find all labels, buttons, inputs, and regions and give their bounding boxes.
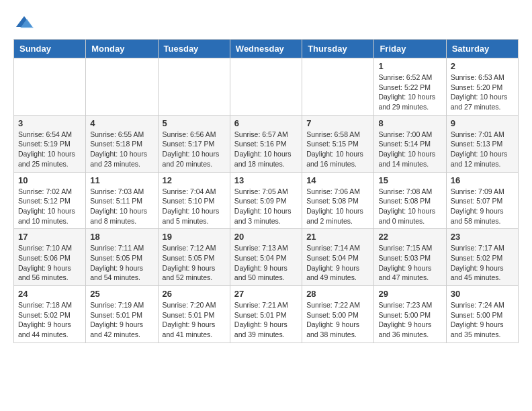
calendar-cell [86,58,158,116]
day-number: 14 [306,175,369,185]
day-info: Sunrise: 7:24 AM Sunset: 5:00 PM Dayligh… [451,300,514,340]
week-row-2: 3Sunrise: 6:54 AM Sunset: 5:19 PM Daylig… [14,115,519,172]
day-header-friday: Friday [374,40,446,58]
day-number: 19 [163,232,226,242]
day-info: Sunrise: 7:10 AM Sunset: 5:06 PM Dayligh… [18,243,81,283]
day-info: Sunrise: 7:09 AM Sunset: 5:07 PM Dayligh… [451,187,514,226]
day-header-sunday: Sunday [14,40,86,58]
day-info: Sunrise: 6:57 AM Sunset: 5:16 PM Dayligh… [234,130,298,169]
calendar-cell: 25Sunrise: 7:19 AM Sunset: 5:01 PM Dayli… [86,286,158,343]
day-info: Sunrise: 7:00 AM Sunset: 5:14 PM Dayligh… [378,130,441,169]
day-info: Sunrise: 7:19 AM Sunset: 5:01 PM Dayligh… [90,300,153,340]
calendar-cell: 10Sunrise: 7:02 AM Sunset: 5:12 PM Dayli… [14,172,86,229]
calendar-cell: 7Sunrise: 6:58 AM Sunset: 5:15 PM Daylig… [302,115,374,172]
day-number: 29 [378,289,441,299]
calendar-header: SundayMondayTuesdayWednesdayThursdayFrid… [14,40,519,58]
day-info: Sunrise: 7:13 AM Sunset: 5:04 PM Dayligh… [234,243,298,283]
day-info: Sunrise: 7:14 AM Sunset: 5:04 PM Dayligh… [306,243,369,283]
logo [13,13,34,32]
calendar-cell: 13Sunrise: 7:05 AM Sunset: 5:09 PM Dayli… [230,172,302,229]
day-number: 8 [378,118,441,128]
day-info: Sunrise: 7:04 AM Sunset: 5:10 PM Dayligh… [163,187,226,226]
calendar-cell: 12Sunrise: 7:04 AM Sunset: 5:10 PM Dayli… [158,172,230,229]
day-number: 2 [451,61,514,71]
day-info: Sunrise: 7:18 AM Sunset: 5:02 PM Dayligh… [18,300,81,340]
day-number: 10 [18,175,81,185]
calendar-cell: 26Sunrise: 7:20 AM Sunset: 5:01 PM Dayli… [158,286,230,343]
day-number: 30 [451,289,514,299]
day-number: 12 [163,175,226,185]
calendar-cell: 22Sunrise: 7:15 AM Sunset: 5:03 PM Dayli… [374,229,446,286]
day-number: 9 [451,118,514,128]
calendar-cell: 24Sunrise: 7:18 AM Sunset: 5:02 PM Dayli… [14,286,86,343]
week-row-1: 1Sunrise: 6:52 AM Sunset: 5:22 PM Daylig… [14,58,519,116]
day-number: 18 [90,232,153,242]
day-info: Sunrise: 7:08 AM Sunset: 5:08 PM Dayligh… [378,187,441,226]
calendar-cell: 3Sunrise: 6:54 AM Sunset: 5:19 PM Daylig… [14,115,86,172]
day-info: Sunrise: 7:05 AM Sunset: 5:09 PM Dayligh… [234,187,298,226]
calendar-cell: 4Sunrise: 6:55 AM Sunset: 5:18 PM Daylig… [86,115,158,172]
calendar-cell: 2Sunrise: 6:53 AM Sunset: 5:20 PM Daylig… [446,58,518,116]
day-info: Sunrise: 6:52 AM Sunset: 5:22 PM Dayligh… [378,73,441,112]
day-info: Sunrise: 7:03 AM Sunset: 5:11 PM Dayligh… [90,187,153,226]
day-info: Sunrise: 6:58 AM Sunset: 5:15 PM Dayligh… [306,130,369,169]
week-row-4: 17Sunrise: 7:10 AM Sunset: 5:06 PM Dayli… [14,229,519,286]
day-info: Sunrise: 7:20 AM Sunset: 5:01 PM Dayligh… [163,300,226,340]
day-info: Sunrise: 6:54 AM Sunset: 5:19 PM Dayligh… [18,130,81,169]
calendar-cell [158,58,230,116]
day-header-wednesday: Wednesday [230,40,302,58]
day-number: 3 [18,118,81,128]
day-number: 20 [234,232,298,242]
calendar-cell: 6Sunrise: 6:57 AM Sunset: 5:16 PM Daylig… [230,115,302,172]
day-info: Sunrise: 6:55 AM Sunset: 5:18 PM Dayligh… [90,130,153,169]
day-number: 21 [306,232,369,242]
calendar-cell: 23Sunrise: 7:17 AM Sunset: 5:02 PM Dayli… [446,229,518,286]
calendar-cell: 11Sunrise: 7:03 AM Sunset: 5:11 PM Dayli… [86,172,158,229]
calendar-cell: 18Sunrise: 7:11 AM Sunset: 5:05 PM Dayli… [86,229,158,286]
calendar-cell: 16Sunrise: 7:09 AM Sunset: 5:07 PM Dayli… [446,172,518,229]
day-info: Sunrise: 6:53 AM Sunset: 5:20 PM Dayligh… [451,73,514,112]
day-info: Sunrise: 6:56 AM Sunset: 5:17 PM Dayligh… [163,130,226,169]
calendar-cell [230,58,302,116]
calendar-cell: 27Sunrise: 7:21 AM Sunset: 5:01 PM Dayli… [230,286,302,343]
calendar-cell: 17Sunrise: 7:10 AM Sunset: 5:06 PM Dayli… [14,229,86,286]
calendar-cell: 8Sunrise: 7:00 AM Sunset: 5:14 PM Daylig… [374,115,446,172]
day-number: 26 [163,289,226,299]
day-number: 17 [18,232,81,242]
day-number: 27 [234,289,298,299]
calendar-cell [302,58,374,116]
day-info: Sunrise: 7:22 AM Sunset: 5:00 PM Dayligh… [306,300,369,340]
day-number: 23 [451,232,514,242]
calendar-cell: 19Sunrise: 7:12 AM Sunset: 5:05 PM Dayli… [158,229,230,286]
day-number: 1 [378,61,441,71]
calendar-cell: 1Sunrise: 6:52 AM Sunset: 5:22 PM Daylig… [374,58,446,116]
day-header-monday: Monday [86,40,158,58]
calendar-cell: 9Sunrise: 7:01 AM Sunset: 5:13 PM Daylig… [446,115,518,172]
day-number: 22 [378,232,441,242]
day-info: Sunrise: 7:21 AM Sunset: 5:01 PM Dayligh… [234,300,298,340]
calendar-body: 1Sunrise: 6:52 AM Sunset: 5:22 PM Daylig… [14,58,519,343]
day-number: 25 [90,289,153,299]
calendar-cell: 14Sunrise: 7:06 AM Sunset: 5:08 PM Dayli… [302,172,374,229]
day-info: Sunrise: 7:01 AM Sunset: 5:13 PM Dayligh… [451,130,514,169]
day-number: 13 [234,175,298,185]
day-header-tuesday: Tuesday [158,40,230,58]
day-info: Sunrise: 7:06 AM Sunset: 5:08 PM Dayligh… [306,187,369,226]
logo-icon [15,13,34,32]
day-header-thursday: Thursday [302,40,374,58]
calendar-cell: 29Sunrise: 7:23 AM Sunset: 5:00 PM Dayli… [374,286,446,343]
day-number: 4 [90,118,153,128]
week-row-3: 10Sunrise: 7:02 AM Sunset: 5:12 PM Dayli… [14,172,519,229]
week-row-5: 24Sunrise: 7:18 AM Sunset: 5:02 PM Dayli… [14,286,519,343]
day-info: Sunrise: 7:12 AM Sunset: 5:05 PM Dayligh… [163,243,226,283]
page-header [13,13,519,32]
calendar-cell [14,58,86,116]
calendar-cell: 15Sunrise: 7:08 AM Sunset: 5:08 PM Dayli… [374,172,446,229]
calendar-cell: 5Sunrise: 6:56 AM Sunset: 5:17 PM Daylig… [158,115,230,172]
day-number: 28 [306,289,369,299]
header-row: SundayMondayTuesdayWednesdayThursdayFrid… [14,40,519,58]
calendar-cell: 20Sunrise: 7:13 AM Sunset: 5:04 PM Dayli… [230,229,302,286]
day-number: 15 [378,175,441,185]
day-number: 5 [163,118,226,128]
calendar-cell: 30Sunrise: 7:24 AM Sunset: 5:00 PM Dayli… [446,286,518,343]
